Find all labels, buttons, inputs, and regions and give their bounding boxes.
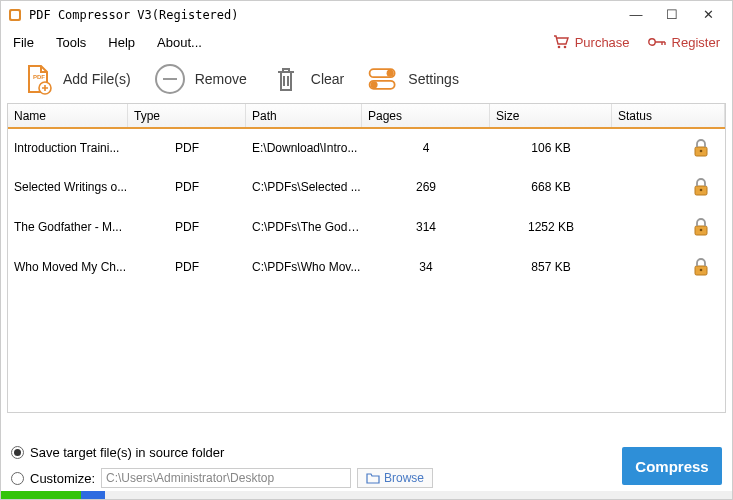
browse-button[interactable]: Browse (357, 468, 433, 488)
add-file-icon: PDF (21, 62, 55, 96)
cell-status (612, 258, 725, 276)
table-row[interactable]: Who Moved My Ch...PDFC:\PDFs\Who Mov...3… (8, 247, 725, 287)
lock-icon (693, 258, 709, 276)
cell-name: Introduction Traini... (8, 141, 128, 155)
footer: Save target file(s) in source folder Cus… (11, 441, 722, 489)
remove-icon (153, 62, 187, 96)
th-size[interactable]: Size (490, 104, 612, 127)
cell-pages: 34 (362, 260, 490, 274)
maximize-button[interactable]: ☐ (662, 5, 682, 25)
titlebar: PDF Compressor V3(Registered) — ☐ ✕ (1, 1, 732, 29)
close-button[interactable]: ✕ (698, 5, 718, 25)
cell-status (612, 178, 725, 196)
th-status[interactable]: Status (612, 104, 725, 127)
table-header: Name Type Path Pages Size Status (8, 104, 725, 128)
progress-bar (1, 491, 732, 499)
svg-point-9 (387, 70, 394, 77)
svg-point-2 (557, 46, 560, 49)
progress-segment-2 (81, 491, 105, 499)
cell-type: PDF (128, 220, 246, 234)
svg-point-19 (700, 269, 703, 272)
purchase-link[interactable]: Purchase (553, 35, 630, 50)
compress-label: Compress (635, 458, 708, 475)
menu-help[interactable]: Help (108, 35, 135, 50)
cell-path: C:\PDFs\Selected ... (246, 180, 362, 194)
cell-type: PDF (128, 141, 246, 155)
add-files-button[interactable]: PDF Add File(s) (13, 58, 139, 100)
file-table: Name Type Path Pages Size Status Introdu… (7, 103, 726, 413)
purchase-label: Purchase (575, 35, 630, 50)
lock-icon (693, 178, 709, 196)
menu-about[interactable]: About... (157, 35, 202, 50)
remove-label: Remove (195, 71, 247, 87)
cell-path: C:\PDFs\Who Mov... (246, 260, 362, 274)
app-icon (7, 7, 23, 23)
table-row[interactable]: The Godfather - M...PDFC:\PDFs\The Godfa… (8, 207, 725, 247)
menubar: File Tools Help About... Purchase Regist… (1, 29, 732, 55)
key-icon (648, 36, 666, 48)
svg-point-11 (371, 81, 378, 88)
remove-button[interactable]: Remove (145, 58, 255, 100)
clear-button[interactable]: Clear (261, 58, 352, 100)
add-files-label: Add File(s) (63, 71, 131, 87)
custom-path-input[interactable] (101, 468, 351, 488)
radio-customize[interactable] (11, 472, 24, 485)
th-type[interactable]: Type (128, 104, 246, 127)
th-name[interactable]: Name (8, 104, 128, 127)
settings-label: Settings (408, 71, 459, 87)
clear-label: Clear (311, 71, 344, 87)
svg-point-13 (700, 150, 703, 153)
svg-point-17 (700, 229, 703, 232)
browse-label: Browse (384, 471, 424, 485)
toggle-icon (366, 62, 400, 96)
svg-rect-1 (11, 11, 19, 19)
th-path[interactable]: Path (246, 104, 362, 127)
th-pages[interactable]: Pages (362, 104, 490, 127)
cell-path: C:\PDFs\The Godfa... (246, 220, 362, 234)
radio-customize-label: Customize: (30, 471, 95, 486)
cell-status (612, 139, 725, 157)
table-body: Introduction Traini...PDFE:\Download\Int… (8, 127, 725, 287)
cart-icon (553, 35, 569, 49)
toolbar: PDF Add File(s) Remove Clear Settings (1, 55, 732, 103)
cell-size: 857 KB (490, 260, 612, 274)
radio-source-folder[interactable] (11, 446, 24, 459)
svg-point-3 (563, 46, 566, 49)
cell-name: Who Moved My Ch... (8, 260, 128, 274)
register-link[interactable]: Register (648, 35, 720, 50)
svg-point-4 (648, 39, 654, 45)
cell-size: 668 KB (490, 180, 612, 194)
lock-icon (693, 218, 709, 236)
cell-pages: 269 (362, 180, 490, 194)
menu-file[interactable]: File (13, 35, 34, 50)
cell-size: 106 KB (490, 141, 612, 155)
folder-icon (366, 472, 380, 484)
settings-button[interactable]: Settings (358, 58, 467, 100)
register-label: Register (672, 35, 720, 50)
trash-icon (269, 62, 303, 96)
cell-size: 1252 KB (490, 220, 612, 234)
cell-type: PDF (128, 180, 246, 194)
menu-tools[interactable]: Tools (56, 35, 86, 50)
cell-type: PDF (128, 260, 246, 274)
window-controls: — ☐ ✕ (626, 5, 726, 25)
cell-name: The Godfather - M... (8, 220, 128, 234)
radio-source-label: Save target file(s) in source folder (30, 445, 224, 460)
minimize-button[interactable]: — (626, 5, 646, 25)
cell-status (612, 218, 725, 236)
compress-button[interactable]: Compress (622, 447, 722, 485)
progress-segment-1 (1, 491, 81, 499)
svg-text:PDF: PDF (33, 74, 45, 80)
cell-pages: 4 (362, 141, 490, 155)
lock-icon (693, 139, 709, 157)
cell-path: E:\Download\Intro... (246, 141, 362, 155)
cell-name: Selected Writings o... (8, 180, 128, 194)
table-row[interactable]: Selected Writings o...PDFC:\PDFs\Selecte… (8, 167, 725, 207)
cell-pages: 314 (362, 220, 490, 234)
svg-point-15 (700, 189, 703, 192)
window-title: PDF Compressor V3(Registered) (29, 8, 626, 22)
table-row[interactable]: Introduction Traini...PDFE:\Download\Int… (8, 127, 725, 167)
